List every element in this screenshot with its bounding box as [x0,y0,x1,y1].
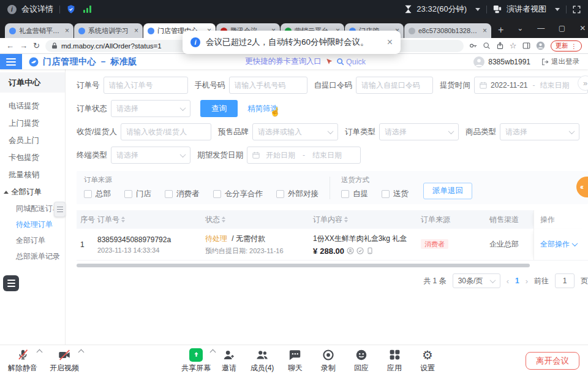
order-status-select[interactable]: 请选择 [111,100,190,117]
sidebar-item-phone-pickup[interactable]: 电话提货 [0,97,65,115]
order-tag-person-icon [347,247,354,254]
info-icon[interactable]: i [7,5,17,14]
app-body: 订单中心 电话提货 上门提货 会员上门 卡包提货 批量核销 全部订单 同城配送订… [0,69,588,345]
logout-icon [541,58,549,66]
terminal-type-select[interactable]: 请选择 [111,147,190,164]
user-avatar[interactable] [473,56,484,67]
next-page-button[interactable]: › [526,277,528,286]
window-restore-button[interactable]: ▢ [551,18,572,38]
info-icon: i [190,37,200,47]
share-screen-button[interactable]: 共享屏幕 [178,348,214,373]
current-page[interactable]: 1 [515,277,519,285]
browser-tab[interactable]: e8c573080b1328a258fd2e6f8× [404,23,491,38]
sidebar-item-door-pickup[interactable]: 上门提货 [0,115,65,132]
leave-meeting-button[interactable]: 离开会议 [526,352,579,370]
side-panel-icon[interactable] [522,42,530,50]
reload-icon[interactable]: ↻ [33,42,40,50]
quick-search-link[interactable]: Quick [336,58,366,66]
expect-ship-date-range[interactable]: 开始日期 - 结束日期 [247,147,361,164]
dispatch-return-button[interactable]: 派单退回 [423,183,472,199]
logout-button[interactable]: 退出登录 [541,57,579,66]
pickup-date-range[interactable]: 2022-11-21 - 结束日期 [474,77,588,94]
meeting-details-label[interactable]: 会议详情 [21,4,53,15]
chrome-update-button[interactable]: 更新⋮ [551,40,582,52]
view-mode-switch[interactable]: 演讲者视图 [493,4,560,15]
checkbox-icon [165,190,173,198]
members-button[interactable]: 成员(4) [244,348,280,373]
pickup-code-input[interactable] [361,81,428,90]
mic-options-chevron[interactable] [37,349,43,356]
sidebar-item-all-orders[interactable]: 全部订单 [0,232,65,248]
delivery-method-label: 送货方式 [341,175,409,185]
tab-close-icon[interactable]: × [134,27,138,34]
sidebar-item-batch-verify[interactable]: 批量核销 [0,166,65,183]
sidebar-item-member-visit[interactable]: 会员上门 [0,132,65,149]
horizontal-scrollbar[interactable] [77,264,588,267]
new-tab-button[interactable]: + [498,25,503,36]
apps-grid-icon [388,348,401,361]
record-button[interactable]: 录制 [311,348,346,373]
toast-close-icon[interactable]: × [387,37,393,47]
fullscreen-icon[interactable] [573,6,581,13]
meeting-panel-toggle[interactable] [3,275,19,291]
share-icon[interactable] [496,42,504,50]
tab-close-icon[interactable]: × [483,27,487,34]
cursor-pointer-icon: ☝ [270,107,281,116]
checkbox-source-consumer[interactable]: 消费者 [165,189,200,199]
unmute-button[interactable]: 解除静音 [5,348,40,373]
settings-button[interactable]: ⚙ 设置 [410,348,445,373]
promo-link[interactable]: 更快捷的券卡查询入口 [245,56,322,67]
invite-button[interactable]: 邀请 [211,348,247,373]
checkbox-source-store[interactable]: 门店 [124,189,151,199]
simple-filter-link[interactable]: 精简筛选☝ [247,104,278,114]
window-close-button[interactable]: ✕ [572,18,588,38]
checkbox-delivery[interactable]: 送货 [382,189,409,199]
presale-brand-select[interactable]: 请选择或输入 [252,123,338,140]
sidebar-item-hq-dispatch-log[interactable]: 总部派单记录 [0,248,65,264]
key-icon[interactable] [469,42,477,50]
checkbox-source-warehouse-share[interactable]: 仓分享合作 [213,189,263,199]
sort-icon [121,216,125,223]
prev-page-button[interactable]: ‹ [507,277,509,286]
order-type-select[interactable]: 请选择 [379,123,459,140]
profile-avatar-icon[interactable] [536,41,545,50]
forward-icon[interactable]: → [20,42,28,50]
col-order-no[interactable]: 订单号 [97,215,205,225]
page-size-select[interactable]: 30条/页 [453,273,500,288]
goods-type-select[interactable]: 请选择 [500,123,579,140]
search-button[interactable]: 查询 [200,100,238,117]
sidebar-item-cardbag-pickup[interactable]: 卡包提货 [0,149,65,166]
chat-button[interactable]: 聊天 [277,348,313,373]
receiver-input[interactable] [126,128,206,136]
order-no-input[interactable] [109,81,183,90]
col-content[interactable]: 订单内容 [313,215,421,225]
row-action-dropdown[interactable]: 全部操作 [540,239,577,250]
zoom-icon[interactable] [483,42,491,50]
sidebar-drag-handle[interactable] [54,202,66,217]
window-minimize-button[interactable]: — [530,18,551,38]
security-shield-icon[interactable] [66,4,76,14]
tab-search-icon[interactable]: ⌄ [510,18,530,38]
phone-input[interactable] [235,81,302,90]
checkbox-source-hq[interactable]: 总部 [84,189,111,199]
checkbox-self-pickup[interactable]: 自提 [341,189,368,199]
sidebar-group-all-orders[interactable]: 全部订单 [0,183,65,200]
meeting-timer[interactable]: 23:32(60分钟) [405,4,480,15]
back-icon[interactable]: ← [6,42,14,50]
reactions-button[interactable]: 回应 [344,348,379,373]
row-content: 1份XX生鲜羊肉礼盒3kg 礼盒 [313,234,421,244]
sidebar-item-pending-orders[interactable]: 待处理订单 [0,216,65,232]
terminal-type-label: 终端类型 [77,150,107,161]
col-status[interactable]: 状态 [205,215,313,225]
bookmark-star-icon[interactable]: ☆ [510,42,517,50]
tab-close-icon[interactable]: × [65,27,69,34]
start-video-button[interactable]: 开启视频 [47,348,82,373]
filter-row-3: 收货/提货人 预售品牌 请选择或输入 订单类型 请选择 商品类型 请选择 [77,123,588,140]
goto-page-input[interactable] [555,273,575,288]
sidebar-toggle-button[interactable] [0,54,22,69]
camera-options-chevron[interactable] [78,349,85,356]
browser-tab[interactable]: 系统培训学习× [74,23,143,38]
apps-button[interactable]: 应用 [377,348,412,373]
browser-tab[interactable]: 礼盒营销平台管理中心× [5,23,74,38]
checkbox-source-external[interactable]: 外部对接 [276,189,318,199]
